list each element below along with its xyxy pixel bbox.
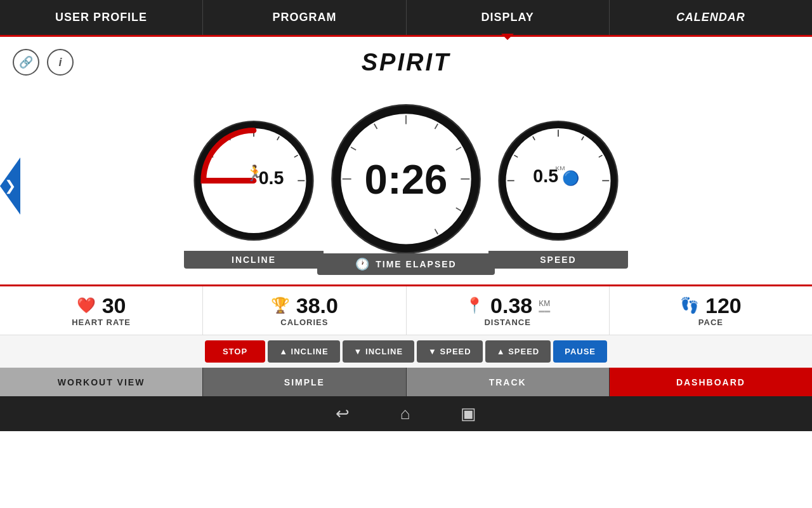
time-gauge-svg: 0:26 (317, 97, 495, 253)
nav-user-profile-label: USER PROFILE (55, 11, 147, 24)
brand-logo: SPIRIT (362, 49, 450, 76)
time-elapsed-label: 🕐 TIME ELAPSED (317, 253, 495, 275)
distance-value: 0.38 (490, 295, 532, 316)
speed-label: SPEED (488, 251, 628, 269)
clock-icon: 🕐 (355, 257, 370, 271)
view-tabs: WORKOUT VIEW SIMPLE TRACK DASHBOARD (0, 368, 812, 396)
controls-row: STOP ▲ INCLINE ▼ INCLINE ▼ SPEED ▲ SPEED… (0, 335, 812, 368)
tab-track[interactable]: TRACK (407, 368, 610, 396)
tab-simple[interactable]: SIMPLE (203, 368, 406, 396)
nav-program-label: PROGRAM (272, 11, 336, 24)
heart-rate-row: ❤️ 30 (77, 295, 126, 316)
calories-value: 38.0 (296, 295, 338, 316)
header-icons: 🔗 i (13, 49, 74, 76)
chevron-left-icon: ❯ (4, 178, 16, 194)
nav-display[interactable]: DISPLAY (407, 0, 610, 35)
time-elapsed-gauge: 0:26 🕐 TIME ELAPSED (317, 97, 495, 275)
incline-up-button[interactable]: ▲ INCLINE (268, 340, 339, 363)
calories-row: 🏆 38.0 (271, 295, 338, 316)
incline-gauge: 🏃 0.5 INCLINE (184, 104, 324, 269)
back-button[interactable]: ↩ (336, 404, 350, 424)
stats-row: ❤️ 30 HEART RATE 🏆 38.0 CALORIES 📍 0.38 … (0, 284, 812, 335)
incline-down-button[interactable]: ▼ INCLINE (343, 340, 414, 363)
tab-workout-view[interactable]: WORKOUT VIEW (0, 368, 203, 396)
gauges-section: ❯ 🏃 (0, 88, 812, 284)
top-navigation: USER PROFILE PROGRAM DISPLAY CALENDAR (0, 0, 812, 35)
distance-unit: KM▬▬ (539, 299, 550, 316)
footstep-icon: 👣 (680, 297, 699, 314)
nav-calendar[interactable]: CALENDAR (610, 0, 812, 35)
link-icon: 🔗 (19, 55, 33, 69)
incline-label: INCLINE (184, 251, 324, 269)
info-icon-button[interactable]: i (47, 49, 74, 76)
heart-rate-label: HEART RATE (72, 318, 131, 327)
home-button[interactable]: ⌂ (400, 404, 410, 424)
speed-value: 0.5 (533, 166, 558, 186)
heart-icon: ❤️ (77, 297, 96, 314)
pause-button[interactable]: PAUSE (553, 340, 607, 363)
calories-stat: 🏆 38.0 CALORIES (203, 286, 406, 335)
distance-stat: 📍 0.38 KM▬▬ DISTANCE (407, 286, 610, 335)
nav-display-label: DISPLAY (481, 11, 534, 24)
nav-user-profile[interactable]: USER PROFILE (0, 0, 203, 35)
pace-value: 120 (705, 295, 742, 316)
distance-row: 📍 0.38 KM▬▬ (465, 295, 550, 316)
bottom-navigation: ↩ ⌂ ▣ (0, 396, 812, 431)
gauges-area: 🏃 0.5 INCLINE (0, 88, 812, 284)
calories-label: CALORIES (280, 318, 328, 327)
speed-gauge-svg: 0.5 KM 🔵 (488, 104, 628, 251)
speed-gauge: 0.5 KM 🔵 SPEED (488, 104, 628, 269)
location-icon: 📍 (465, 297, 484, 314)
incline-value: 0.5 (259, 168, 284, 188)
speedometer-icon: 🔵 (562, 170, 580, 187)
heart-rate-value: 30 (102, 295, 126, 316)
link-icon-button[interactable]: 🔗 (13, 49, 39, 76)
nav-calendar-label: CALENDAR (676, 11, 745, 24)
pace-label: PACE (698, 318, 723, 327)
pace-stat: 👣 120 PACE (610, 286, 812, 335)
calories-icon: 🏆 (271, 297, 290, 314)
apps-button[interactable]: ▣ (461, 404, 476, 424)
header: 🔗 i SPIRIT (0, 37, 812, 88)
speed-down-button[interactable]: ▼ SPEED (417, 340, 483, 363)
tab-dashboard[interactable]: DASHBOARD (610, 368, 812, 396)
incline-gauge-svg: 🏃 0.5 (184, 104, 324, 251)
heart-rate-stat: ❤️ 30 HEART RATE (0, 286, 203, 335)
speed-up-button[interactable]: ▲ SPEED (485, 340, 551, 363)
info-icon: i (58, 56, 62, 69)
distance-label: DISTANCE (484, 318, 530, 327)
pace-row: 👣 120 (680, 295, 742, 316)
time-value: 0:26 (365, 156, 448, 203)
nav-program[interactable]: PROGRAM (203, 0, 406, 35)
stop-button[interactable]: STOP (205, 340, 265, 363)
